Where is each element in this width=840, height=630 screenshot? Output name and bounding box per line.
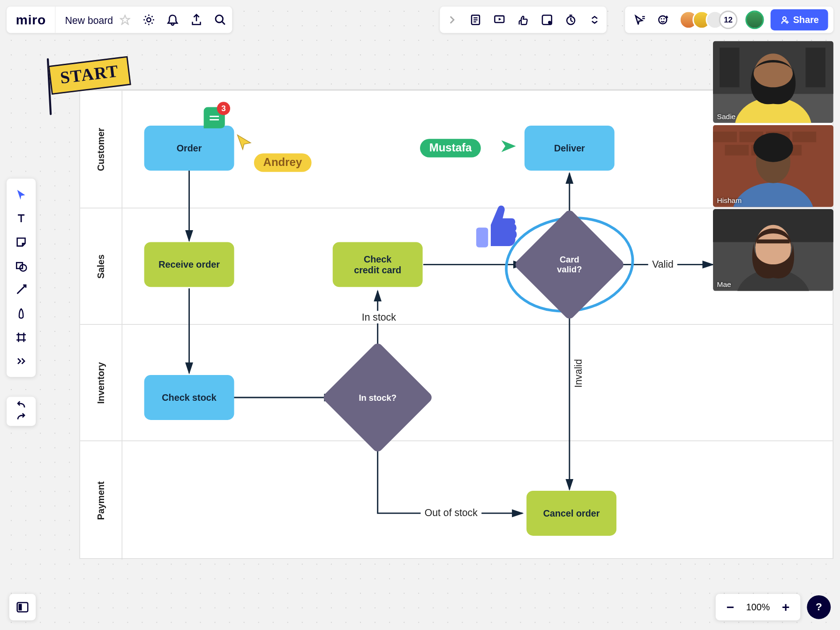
- lane-label-payment: Payment: [80, 441, 122, 560]
- shape-tool[interactable]: [9, 254, 33, 278]
- more-apps-icon[interactable]: [583, 8, 607, 32]
- svg-point-31: [783, 17, 786, 20]
- avatar-group[interactable]: 12: [675, 11, 742, 30]
- video-tile-3[interactable]: Mae: [713, 209, 833, 291]
- undo-redo-panel: [7, 397, 36, 426]
- cursor-andrey: Andrey: [254, 153, 311, 172]
- center-tools-panel: [440, 7, 607, 33]
- board-name[interactable]: New board: [56, 14, 120, 25]
- node-receive-order[interactable]: Receive order: [144, 242, 234, 287]
- undo-button[interactable]: [15, 399, 27, 411]
- svg-point-11: [216, 15, 223, 22]
- node-check-credit[interactable]: Check credit card: [333, 242, 423, 287]
- node-order[interactable]: Order: [144, 126, 234, 171]
- comment-pin[interactable]: 3: [204, 107, 225, 128]
- participant-count[interactable]: 12: [719, 11, 738, 30]
- collapse-left-icon[interactable]: [440, 8, 464, 32]
- edge-label-valid: Valid: [648, 258, 677, 270]
- svg-rect-43: [720, 48, 739, 88]
- edge-label-out-of-stock: Out of stock: [420, 506, 481, 518]
- pointer-hide-icon[interactable]: [628, 8, 652, 32]
- cursor-arrow-mustafa: [500, 139, 518, 153]
- node-deliver[interactable]: Deliver: [525, 126, 615, 171]
- svg-line-34: [17, 286, 25, 294]
- node-cancel-order[interactable]: Cancel order: [526, 491, 616, 536]
- cursor-arrow-andrey: [236, 134, 252, 151]
- frame-tool[interactable]: [9, 325, 33, 349]
- zoom-panel: − 100% +: [716, 594, 800, 620]
- right-tools-panel: 12 Share: [625, 7, 833, 33]
- video-name-3: Mae: [717, 280, 731, 288]
- svg-point-58: [753, 133, 793, 162]
- svg-point-28: [663, 18, 665, 20]
- notifications-icon[interactable]: [161, 8, 185, 32]
- lane-payment: Payment: [80, 441, 833, 560]
- svg-point-33: [20, 264, 26, 271]
- left-toolbar: [7, 179, 36, 377]
- settings-icon[interactable]: [137, 8, 161, 32]
- node-card-valid[interactable]: Card valid?: [530, 225, 609, 304]
- svg-point-10: [147, 18, 150, 22]
- lane-label-inventory: Inventory: [80, 325, 122, 441]
- miro-logo[interactable]: miro: [7, 7, 56, 33]
- redo-button[interactable]: [15, 412, 27, 423]
- svg-point-27: [661, 18, 662, 20]
- help-button[interactable]: ?: [807, 595, 831, 619]
- video-name-1: Sadie: [717, 112, 736, 120]
- svg-rect-53: [725, 145, 749, 156]
- svg-rect-9: [476, 227, 488, 247]
- thumbs-up-sticker[interactable]: [473, 202, 522, 251]
- video-tile-1[interactable]: Sadie: [713, 41, 833, 123]
- lane-label-sales: Sales: [80, 208, 122, 324]
- avatar-self[interactable]: [745, 11, 764, 30]
- svg-line-12: [222, 22, 225, 25]
- edge-label-in-stock: In stock: [358, 311, 400, 323]
- node-in-stock-q[interactable]: In stock?: [338, 358, 417, 437]
- video-tile-2[interactable]: Hisham: [713, 125, 833, 207]
- share-button[interactable]: Share: [771, 9, 828, 30]
- present-icon[interactable]: [488, 8, 511, 32]
- lane-label-customer: Customer: [80, 90, 122, 208]
- line-tool[interactable]: [9, 278, 33, 302]
- bottom-right-controls: − 100% + ?: [716, 594, 831, 620]
- edge-label-invalid: Invalid: [571, 355, 584, 391]
- start-flag[interactable]: START: [50, 61, 130, 90]
- node-check-stock[interactable]: Check stock: [144, 375, 234, 420]
- svg-rect-40: [19, 604, 22, 610]
- video-name-2: Hisham: [717, 196, 742, 204]
- svg-rect-52: [792, 132, 816, 142]
- star-icon[interactable]: [120, 15, 137, 25]
- zoom-out-button[interactable]: −: [721, 600, 740, 615]
- voting-icon[interactable]: [511, 8, 535, 32]
- search-icon[interactable]: [208, 8, 232, 32]
- sticky-tool[interactable]: [9, 230, 33, 254]
- main-menu-panel: miro New board: [7, 7, 232, 33]
- minimap-toggle[interactable]: [9, 594, 36, 620]
- comment-badge: 3: [217, 102, 230, 115]
- select-tool[interactable]: [9, 182, 33, 206]
- svg-rect-63: [757, 240, 790, 243]
- zoom-value[interactable]: 100%: [742, 602, 773, 613]
- cursor-mustafa: Mustafa: [420, 139, 481, 158]
- svg-point-19: [548, 21, 551, 24]
- comment-mode-icon[interactable]: [535, 8, 559, 32]
- text-tool[interactable]: [9, 206, 33, 230]
- reactions-icon[interactable]: [652, 8, 675, 32]
- video-column: Sadie Hisham Mae: [713, 41, 833, 293]
- notes-icon[interactable]: [464, 8, 488, 32]
- timer-icon[interactable]: [559, 8, 583, 32]
- svg-rect-49: [713, 132, 737, 142]
- pen-tool[interactable]: [9, 301, 33, 325]
- more-tools[interactable]: [9, 349, 33, 373]
- zoom-in-button[interactable]: +: [777, 600, 795, 615]
- export-icon[interactable]: [185, 8, 209, 32]
- svg-line-22: [571, 21, 573, 22]
- svg-rect-44: [806, 48, 825, 88]
